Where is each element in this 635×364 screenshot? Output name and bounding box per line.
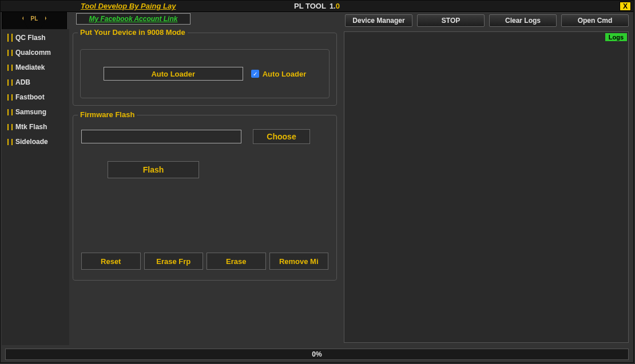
progress-text: 0% xyxy=(312,350,322,358)
sidebar-item-mediatek[interactable]: Mediatek xyxy=(3,61,68,74)
mode-legend: Put Your Device in 9008 Mode xyxy=(78,28,188,37)
sidebar-item-label: Mediatek xyxy=(15,63,45,71)
facebook-link[interactable]: My Facebook Account Link xyxy=(89,15,178,23)
sidebar-item-label: Qualcomm xyxy=(15,49,51,57)
log-panel: Logs xyxy=(344,31,629,343)
choose-button[interactable]: Choose xyxy=(253,129,310,144)
app-title: PL TOOL 1.0 xyxy=(294,2,340,10)
stop-button[interactable]: STOP xyxy=(417,14,485,27)
sidebar-item-sideloade[interactable]: Sideloade xyxy=(3,135,68,149)
sidebar-item-qualcomm[interactable]: Qualcomm xyxy=(3,46,68,59)
titlebar: Tool Develop By Paing Lay PL TOOL 1.0 X xyxy=(1,1,633,12)
auto-loader-checkbox[interactable]: ✓ xyxy=(251,70,259,78)
firmware-fieldset: Firmware Flash Choose Flash Reset Erase … xyxy=(73,115,337,281)
sidebar-item-label: ADB xyxy=(15,78,30,86)
logs-badge: Logs xyxy=(605,33,627,41)
auto-loader-button[interactable]: Auto Loader xyxy=(104,67,243,81)
tool-credit-link[interactable]: Tool Develop By Paing Lay xyxy=(1,2,176,10)
sidebar-item-label: Fastboot xyxy=(15,93,45,101)
sidebar-item-label: QC Flash xyxy=(15,34,46,42)
sidebar-item-adb[interactable]: ADB xyxy=(3,75,68,89)
sidebar-item-samsung[interactable]: Samsung xyxy=(3,105,68,119)
remove-mi-button[interactable]: Remove Mi xyxy=(269,253,329,270)
erase-frp-button[interactable]: Erase Frp xyxy=(144,253,204,270)
sidebar-item-label: Sideloade xyxy=(15,138,48,146)
firmware-legend: Firmware Flash xyxy=(78,110,137,119)
device-manager-button[interactable]: Device Manager xyxy=(345,14,412,27)
sidebar-item-mtk-flash[interactable]: Mtk Flash xyxy=(3,120,68,134)
mode-fieldset: Put Your Device in 9008 Mode Auto Loader… xyxy=(73,33,337,106)
facebook-link-box[interactable]: My Facebook Account Link xyxy=(76,13,190,25)
sidebar-item-qc-flash[interactable]: QC Flash xyxy=(3,31,68,45)
auto-loader-check-label: Auto Loader xyxy=(263,70,307,78)
sidebar-item-label: Samsung xyxy=(15,108,46,116)
firmware-path-input[interactable] xyxy=(81,130,241,143)
sidebar-item-fastboot[interactable]: Fastboot xyxy=(3,90,68,104)
progress-bar: 0% xyxy=(5,349,629,360)
close-button[interactable]: X xyxy=(620,2,631,11)
clear-logs-button[interactable]: Clear Logs xyxy=(489,14,557,27)
sidebar: QC Flash Qualcomm Mediatek ADB Fastboot … xyxy=(2,29,69,345)
sidebar-item-label: Mtk Flash xyxy=(15,123,47,131)
open-cmd-button[interactable]: Open Cmd xyxy=(561,14,629,27)
reset-button[interactable]: Reset xyxy=(81,253,141,270)
flash-button[interactable]: Flash xyxy=(108,161,199,178)
erase-button[interactable]: Erase xyxy=(207,253,266,270)
